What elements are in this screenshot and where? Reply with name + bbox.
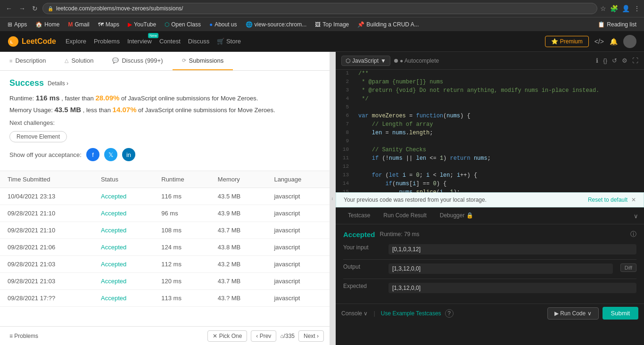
forward-button[interactable]: → [17,4,27,13]
nav-explore[interactable]: Explore [66,36,86,47]
bookmark-viewsource[interactable]: 🌐 view-source:chrom... [242,20,311,29]
nav-discuss[interactable]: Discuss [188,36,210,47]
settings-icon[interactable]: ⚙ [622,57,627,64]
line-number: 1 [336,70,355,76]
bookmark-apps[interactable]: ⊞ Apps [4,20,31,29]
gmail-label: Gmail [74,21,89,28]
code-line: 2 * @param {number[]} nums [336,78,644,87]
line-number: 7 [336,121,355,127]
menu-icon[interactable]: ⋮ [634,5,640,12]
result-info-icon[interactable]: ⓘ [630,230,636,238]
cell-language: javascript [266,205,330,222]
col-language: Language [266,171,330,188]
panel-resize-handle[interactable]: ··· [330,52,336,345]
bookmark-topimage[interactable]: 🖼 Top Image [311,20,353,29]
cell-status[interactable]: Accepted [93,290,154,307]
cell-memory: 43.2 MB [210,256,267,273]
bookmark-aboutus[interactable]: ● About us [206,20,241,29]
openclass-label: Open Class [171,21,201,28]
tab-submissions[interactable]: ⟳ Submissions [173,52,233,70]
reset-link[interactable]: Reset to default [588,197,627,203]
facebook-share-btn[interactable]: f [86,148,99,161]
console-button[interactable]: Console ∨ [341,310,368,317]
autocomplete-toggle[interactable]: ● Autocomplete [394,58,439,64]
lock-icon: 🔒 [48,6,53,11]
tab-solution[interactable]: △ Solution [55,52,103,70]
next-button[interactable]: Next › [298,330,324,342]
bookmark-buildingcrud[interactable]: 📌 Building a CRUD A... [354,20,422,29]
cell-status[interactable]: Accepted [93,222,154,239]
reload-button[interactable]: ↻ [30,4,40,13]
code-line: 8 len = nums.length; [336,129,644,138]
line-content [355,104,644,105]
collapse-results-icon[interactable]: ∨ [634,213,638,220]
back-button[interactable]: ← [4,4,14,13]
accepted-badge: Accepted [343,230,375,238]
lc-logo[interactable]: L LeetCode [8,36,56,47]
code-editor[interactable]: 1/**2 * @param {number[]} nums3 * @retur… [336,70,644,192]
info-icon[interactable]: ℹ [596,57,598,64]
challenge-btn[interactable]: Remove Element [9,131,67,142]
nav-contest[interactable]: Contest [159,36,181,47]
bookmark-openclass[interactable]: ⬡ Open Class [161,20,205,29]
avatar[interactable] [623,35,636,48]
cell-status[interactable]: Accepted [93,256,154,273]
bookmark-maps[interactable]: 🗺 Maps [94,20,123,29]
bookmark-youtube[interactable]: ▶ YouTube [124,20,160,29]
pick-one-button[interactable]: ✕ Pick One [207,330,247,342]
notification-banner: Your previous code was restored from you… [336,192,644,207]
close-notification-icon[interactable]: ✕ [631,197,636,203]
problem-counter: ⌂/335 [280,333,295,339]
memory-value: 43.5 MB [54,106,81,114]
diff-button[interactable]: Diff [620,263,636,272]
bookmark-home[interactable]: 🏠 Home [32,20,63,29]
tab-description[interactable]: ≡ Description [0,52,55,70]
nav-store[interactable]: 🛒 Store [217,36,241,47]
code-icon[interactable]: </> [594,38,604,45]
twitter-share-btn[interactable]: 𝕏 [104,148,117,161]
prev-button[interactable]: ‹ Prev [251,330,276,342]
result-expected-row: Expected [1,3,12,0,0] [343,283,636,293]
linkedin-share-btn[interactable]: in [122,148,135,161]
fullscreen-icon[interactable]: ⛶ [632,57,638,64]
language-selector[interactable]: ⬡ JavaScript ▼ [341,56,390,66]
url-bar[interactable]: 🔒 leetcode.com/problems/move-zeroes/subm… [42,3,597,14]
tab-discuss[interactable]: 💬 Discuss (999+) [103,52,172,70]
profile-icon[interactable]: 👤 [622,5,630,12]
tab-run-code-result[interactable]: Run Code Result [377,208,433,224]
bookmark-readinglist[interactable]: 📋 Reading list [594,20,640,29]
bookmark-gmail[interactable]: M Gmail [64,20,93,29]
submit-button[interactable]: Submit [603,307,638,320]
cell-status[interactable]: Accepted [93,205,154,222]
nav-interview[interactable]: Interview New [127,36,152,47]
cell-language: javascript [266,188,330,205]
nav-problems[interactable]: Problems [94,36,120,47]
help-button[interactable]: ? [445,309,454,318]
details-link[interactable]: Details [48,80,68,87]
result-runtime: Runtime: 79 ms [380,231,420,238]
problems-button[interactable]: ≡ Problems [6,331,42,341]
cell-status[interactable]: Accepted [93,239,154,256]
notification-text: Your previous code was restored from you… [344,197,487,203]
line-content: * @param {number[]} nums [355,78,644,86]
runtime-value: 116 ms [36,94,60,102]
use-example-testcases-button[interactable]: Use Example Testcases [381,310,441,317]
cell-status[interactable]: Accepted [93,273,154,290]
extensions-icon[interactable]: 🧩 [610,5,618,12]
expected-value: [1,3,12,0,0] [388,283,636,293]
cell-status[interactable]: Accepted [93,188,154,205]
premium-button[interactable]: ⭐ Premium [545,36,588,47]
table-row: 09/28/2021 21:06 Accepted 124 ms 43.8 MB… [0,239,330,256]
format-icon[interactable]: {} [603,57,607,64]
cell-memory: 43.7 MB [210,273,267,290]
tab-testcase[interactable]: Testcase [341,208,377,224]
undo-icon[interactable]: ↺ [612,57,617,64]
bell-icon[interactable]: 🔔 [610,38,618,45]
bookmark-star-icon[interactable]: ☆ [600,5,606,12]
tab-debugger[interactable]: Debugger 🔒 [433,208,480,224]
run-code-button[interactable]: ▶ Run Code ∨ [547,307,599,320]
line-content: nums.splice(i, 1); [355,189,644,192]
solution-icon: △ [65,58,68,64]
bookmarks-bar: ⊞ Apps 🏠 Home M Gmail 🗺 Maps ▶ YouTube ⬡… [0,17,644,31]
chevron-down-icon: ▼ [380,58,386,64]
